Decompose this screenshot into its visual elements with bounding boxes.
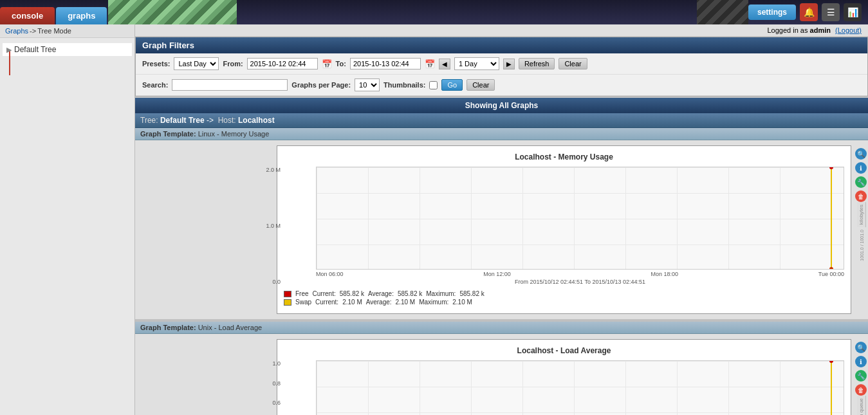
showing-text: Showing All Graphs — [465, 101, 539, 110]
graph1-right-label: kilobytes — [857, 202, 866, 227]
legend-swap-avg-val: 2.10 M — [396, 299, 416, 306]
console-tab-label: console — [12, 11, 43, 21]
graph2-plot: 1.0 0.8 0.6 0.4 0.2 — [284, 360, 844, 415]
graph1-yaxis: 2.0 M 1.0 M 0.0 — [255, 167, 281, 285]
from-calendar-icon[interactable]: 📅 — [322, 59, 332, 69]
legend-swap-name: Swap — [295, 299, 311, 306]
graph2-container: Localhost - Load Average 1.0 0.8 0.6 0.4… — [135, 334, 868, 415]
nav-stripes-decoration — [108, 0, 237, 24]
legend-free-avg-val: 585.82 k — [398, 290, 422, 297]
legend-row-swap: Swap Current: 2.10 M Average: 2.10 M Max… — [284, 299, 844, 306]
thumbnails-label: Thumbnails: — [383, 81, 425, 89]
tree-host-arrow: -> — [207, 116, 214, 125]
graph2-zoom-icon[interactable]: 🔍 — [855, 342, 867, 353]
legend-free-color — [284, 291, 291, 297]
graph1-container: Localhost - Memory Usage 2.0 M 1.0 M 0.0 — [135, 140, 868, 319]
timespan-back-btn[interactable]: ◀ — [439, 59, 450, 69]
content-area: Logged in as admin (Logout) Graph Filter… — [135, 24, 868, 415]
graph1-template-value: Linux - Memory Usage — [198, 130, 270, 138]
settings-label: settings — [757, 8, 787, 17]
legend-free-max-val: 585.82 k — [459, 290, 484, 297]
settings-button[interactable]: settings — [748, 5, 796, 20]
graph1-title: Localhost - Memory Usage — [284, 152, 844, 161]
graphs-tab[interactable]: graphs — [56, 7, 107, 24]
from-label: From: — [223, 60, 243, 68]
search-input[interactable] — [172, 79, 288, 91]
menu-icon-btn[interactable]: ☰ — [822, 3, 840, 21]
graph1-edit-icon[interactable]: 🔧 — [855, 176, 867, 188]
nav-right-stripes — [697, 0, 748, 24]
graph2-chart-area: Localhost - Load Average 1.0 0.8 0.6 0.4… — [277, 339, 868, 415]
sidebar-tree: ▶ Default Tree — [0, 38, 134, 80]
graph2-vline — [831, 361, 832, 415]
graph1-template-label: Graph Template: — [140, 130, 196, 138]
legend-free-max-label: Maximum: — [426, 290, 456, 297]
legend-free-avg-label: Average: — [368, 290, 394, 297]
graphs-per-page-select[interactable]: 10 20 50 — [355, 78, 380, 91]
to-calendar-icon[interactable]: 📅 — [425, 59, 435, 69]
graph2-chart: Localhost - Load Average 1.0 0.8 0.6 0.4… — [277, 339, 851, 415]
from-input[interactable] — [247, 58, 318, 69]
timespan-forward-btn[interactable]: ▶ — [503, 59, 515, 69]
graph2-dot-top — [829, 360, 833, 363]
clear-button[interactable]: Clear — [559, 58, 587, 69]
presets-select[interactable]: Last Day — [174, 57, 219, 70]
tree-label: Tree: — [140, 116, 158, 125]
logout-link[interactable]: (Logout) — [835, 26, 862, 34]
presets-label: Presets: — [142, 60, 170, 68]
filters-row-1: Presets: Last Day From: 📅 To: 📅 ◀ 1 Day … — [136, 53, 867, 75]
graph2-icons: 🔍 ℹ 🔧 🗑 — [855, 339, 868, 396]
timespan-select[interactable]: 1 Day — [454, 57, 499, 70]
showing-bar: Showing All Graphs — [135, 98, 868, 113]
graph1-zoom-icon[interactable]: 🔍 — [855, 148, 867, 160]
legend-free-current-val: 585.82 k — [340, 290, 364, 297]
graph1-right-panel: 🔍 ℹ 🔧 🗑 kilobytes 1001.0 / 1001.0 — [855, 145, 868, 314]
alert-icon-btn[interactable]: 🔔 — [800, 3, 818, 21]
graphs-per-page-label: Graphs per Page: — [291, 81, 351, 89]
tree-value: Default Tree — [160, 116, 205, 125]
thumbnails-checkbox[interactable] — [429, 81, 438, 89]
graph1-info-icon[interactable]: ℹ — [855, 162, 867, 174]
graph2-info-icon[interactable]: ℹ — [855, 356, 867, 367]
clear2-button[interactable]: Clear — [466, 79, 495, 91]
graph2-edit-icon[interactable]: 🔧 — [855, 370, 867, 382]
chart-icon-btn[interactable]: 📊 — [844, 3, 862, 21]
graph1-dot-top — [829, 167, 833, 169]
to-input[interactable] — [350, 58, 421, 69]
graph1-dot-bottom — [829, 267, 833, 270]
console-tab[interactable]: console — [0, 7, 55, 24]
refresh-button[interactable]: Refresh — [519, 58, 555, 69]
go-button[interactable]: Go — [441, 79, 463, 91]
legend-row-free: Free Current: 585.82 k Average: 585.82 k… — [284, 290, 844, 297]
nav-tabs-left: console graphs — [0, 0, 108, 24]
graph1-xaxis: Mon 06:00 Mon 12:00 Mon 18:00 Tue 00:00 — [316, 271, 844, 277]
graph1-inner — [316, 167, 844, 270]
graph2-right-panel: 🔍 ℹ 🔧 🗑 oses in the run queue 1001.0 / 1… — [855, 339, 868, 415]
filters-row-2: Search: Graphs per Page: 10 20 50 Thumbn… — [136, 75, 867, 96]
search-label: Search: — [142, 81, 168, 89]
graph2-yaxis: 1.0 0.8 0.6 0.4 0.2 — [255, 360, 281, 415]
graph1-chart: Localhost - Memory Usage 2.0 M 1.0 M 0.0 — [277, 145, 851, 314]
login-bar: Logged in as admin (Logout) — [135, 24, 868, 37]
graph1-right-label2: 1001.0 / 1001.0 — [860, 230, 864, 261]
nav-right-controls: settings 🔔 ☰ 📊 — [748, 3, 868, 21]
graph1-delete-icon[interactable]: 🗑 — [855, 190, 867, 202]
filters-panel: Graph Filters Presets: Last Day From: 📅 … — [135, 37, 868, 97]
graph2-title: Localhost - Load Average — [284, 346, 844, 355]
graph2-right-label: oses in the run queue — [857, 396, 866, 415]
graph1-template-bar: Graph Template: Linux - Memory Usage — [135, 128, 868, 140]
graph2-delete-icon[interactable]: 🗑 — [855, 384, 867, 396]
legend-swap-current-val: 2.10 M — [342, 299, 362, 306]
graph2-template-value: Unix - Load Average — [198, 324, 262, 331]
sidebar-item-default-tree[interactable]: ▶ Default Tree — [3, 43, 132, 56]
breadcrumb: Graphs -> Tree Mode — [0, 24, 134, 38]
sidebar-tree-label: Default Tree — [14, 45, 56, 54]
breadcrumb-graphs-link[interactable]: Graphs — [5, 27, 28, 35]
graph1-date-range: From 2015/10/12 02:44:51 To 2015/10/13 0… — [316, 279, 844, 285]
graph1-plot: 2.0 M 1.0 M 0.0 Mon 06:00 Mo — [284, 167, 844, 285]
graphs-tab-label: graphs — [68, 11, 95, 21]
host-value: Localhost — [238, 116, 275, 125]
legend-free-name: Free — [295, 290, 309, 297]
tree-host-bar: Tree: Default Tree -> Host: Localhost — [135, 113, 868, 128]
graph1-icons: 🔍 ℹ 🔧 🗑 — [855, 145, 868, 202]
